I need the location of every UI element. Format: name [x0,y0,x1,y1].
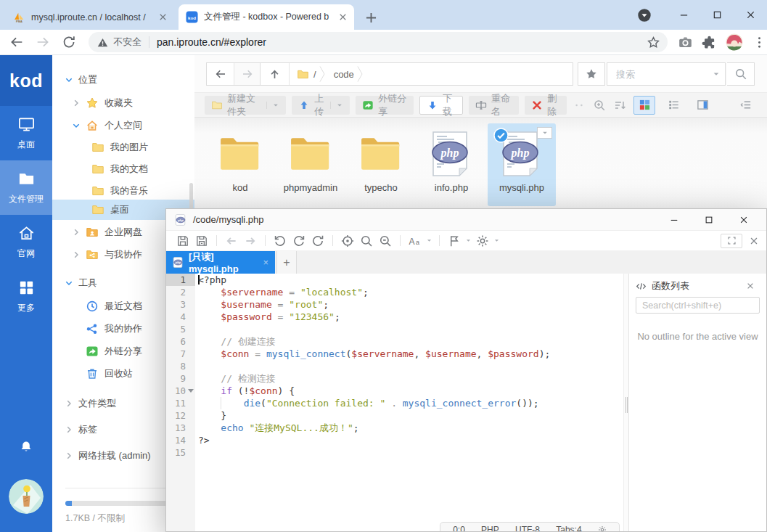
caret-down-icon[interactable] [330,102,343,109]
back-icon[interactable] [9,34,25,50]
view-list-button[interactable] [663,96,684,115]
save-icon[interactable] [176,234,189,247]
format-tools-icon[interactable] [448,234,461,247]
status-item[interactable]: PHP [481,525,499,532]
code-line-13[interactable]: 13 echo "连接MySQL...成功！"; [166,422,623,434]
chevron-down-icon[interactable] [64,75,74,85]
redo-icon[interactable] [292,234,305,247]
delete-button[interactable]: 删除 [525,96,567,115]
chevron-right-icon[interactable] [71,227,81,237]
caret-down-icon[interactable] [266,102,279,109]
upload-button[interactable]: 上传 [292,96,350,115]
goto-line-icon[interactable] [341,234,354,247]
window-maximize-button[interactable] [700,0,734,30]
omnibox[interactable]: 不安全 pan.iproute.cn/#explorer [89,32,668,52]
caret-down-icon[interactable] [465,237,472,244]
bookmark-star-icon[interactable] [647,36,660,49]
settings-gear-icon[interactable] [598,525,607,532]
code-line-4[interactable]: 4 $password = "123456"; [166,311,623,323]
rail-item-desktop[interactable]: 桌面 [0,106,52,160]
browser-menu-icon[interactable] [752,35,767,50]
tree-item-favorites[interactable]: 收藏夹 [52,93,194,113]
tree-item-personal-space[interactable]: 个人空间 [52,115,194,136]
caret-down-icon[interactable] [493,237,500,244]
font-size-icon[interactable]: Aa [409,234,422,247]
tab-close-icon[interactable] [157,12,168,22]
refresh-icon[interactable] [311,234,324,247]
file-tile-mysqli.php[interactable]: phpmysqli.php [488,123,556,206]
file-tile-kod[interactable]: kod [206,123,274,206]
sort-icon[interactable] [613,99,626,112]
forward-icon[interactable] [35,34,51,50]
code-line-5[interactable]: 5 [166,323,623,335]
search-caret-icon[interactable] [712,70,721,78]
view-grid-button[interactable] [633,96,655,115]
window-close-button[interactable] [734,0,767,30]
outline-search-box[interactable] [636,297,760,314]
new-tab-button[interactable] [364,11,378,25]
editor-new-tab-button[interactable]: + [276,251,297,274]
favorite-path-button[interactable] [578,62,605,86]
tab-close-icon[interactable] [337,12,348,22]
panel-splitter[interactable] [623,274,629,531]
fold-arrow-icon[interactable] [188,389,194,393]
code-line-15[interactable]: 15 [166,446,623,459]
file-tile-typecho[interactable]: typecho [347,123,415,206]
share-button[interactable]: 外链分享 [356,96,414,115]
search-button[interactable] [727,62,755,86]
search-icon[interactable] [360,234,373,247]
download-button[interactable]: 下载 [419,96,463,115]
tree-item-my-music[interactable]: 我的音乐 [52,181,194,201]
tree-item-my-pictures[interactable]: 我的图片 [52,137,194,157]
browser-profile-avatar[interactable] [726,33,743,51]
panel-toggle-button[interactable] [735,96,757,115]
chevron-right-icon[interactable] [64,398,74,409]
editor-panel-close-icon[interactable] [749,236,759,246]
code-line-14[interactable]: 14?> [166,434,623,446]
search-box[interactable] [607,62,726,86]
save-all-icon[interactable] [195,234,208,247]
search-replace-icon[interactable] [379,234,392,247]
search-input[interactable] [615,68,712,81]
settings-icon[interactable] [476,234,489,247]
chevron-right-icon[interactable] [71,250,81,260]
status-item[interactable]: Tabs:4 [556,525,581,532]
code-line-1[interactable]: 1<?php [166,274,623,286]
zoom-icon[interactable] [593,99,606,112]
browser-update-icon[interactable] [636,7,652,23]
rail-item-file-manager[interactable]: 文件管理 [0,160,52,215]
kod-logo[interactable]: kod [0,55,52,106]
undo-icon[interactable] [274,234,287,247]
browser-tab-kodbox[interactable]: kod 文件管理 - kodbox - Powered b [179,4,354,30]
nav-back-button[interactable] [207,63,234,85]
nav-forward-button[interactable] [234,63,261,85]
rail-item-website[interactable]: 官网 [0,215,52,269]
screenshot-camera-icon[interactable] [678,35,693,50]
reload-icon[interactable] [61,34,77,50]
code-line-7[interactable]: 7 $conn = mysqli_connect($servername, $u… [166,348,623,360]
new-folder-button[interactable]: 新建文件夹 [205,96,286,115]
code-line-3[interactable]: 3 $username = "root"; [166,298,623,311]
editor-tab-close-icon[interactable]: × [263,257,268,268]
tree-item-my-documents[interactable]: 我的文档 [52,159,194,179]
more-icon[interactable] [573,99,586,112]
code-line-12[interactable]: 12 } [166,409,623,422]
status-item[interactable]: 0:0 [453,525,465,532]
editor-status-bar[interactable]: 0:0PHPUTF-8Tabs:4 [440,522,620,532]
outline-close-icon[interactable] [746,282,755,290]
notification-bell-icon[interactable] [19,440,33,454]
chevron-right-icon[interactable] [71,98,81,108]
chevron-right-icon[interactable] [64,451,74,461]
breadcrumb[interactable]: / code [260,62,573,86]
caret-down-icon[interactable] [426,237,432,244]
chevron-down-icon[interactable] [64,278,74,288]
editor-title-bar[interactable]: php /code/mysqli.php [166,209,766,231]
code-line-11[interactable]: 11 die("Connection failed: " . mysqli_co… [166,397,623,409]
tree-item-location[interactable]: 位置 [52,70,194,90]
up-button[interactable] [261,63,290,85]
rename-button[interactable]: 重命名 [469,96,519,115]
file-tile-phpmyadmin[interactable]: phpmyadmin [276,123,345,206]
code-line-9[interactable]: 9 // 检测连接 [166,372,623,385]
outline-search-input[interactable] [641,300,755,311]
browser-tab-phpmyadmin[interactable]: PMA mysql.iproute.cn / localhost / [6,4,174,30]
